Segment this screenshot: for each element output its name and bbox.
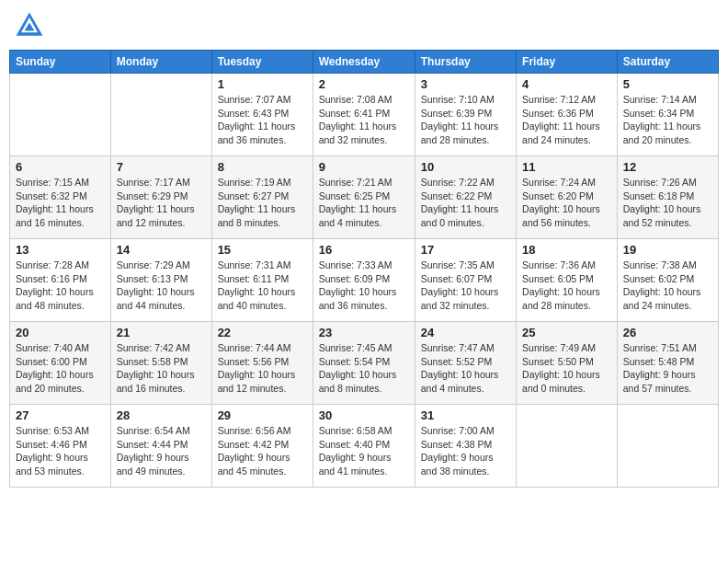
day-number: 5 [623, 77, 712, 91]
day-number: 3 [421, 77, 510, 91]
day-number: 14 [117, 243, 206, 257]
calendar-cell: 24Sunrise: 7:47 AM Sunset: 5:52 PM Dayli… [415, 322, 516, 405]
day-number: 12 [623, 160, 712, 174]
calendar-cell: 25Sunrise: 7:49 AM Sunset: 5:50 PM Dayli… [517, 322, 618, 405]
day-info: Sunrise: 7:10 AM Sunset: 6:39 PM Dayligh… [421, 93, 510, 147]
calendar-cell: 30Sunrise: 6:58 AM Sunset: 4:40 PM Dayli… [313, 405, 415, 488]
calendar-cell: 12Sunrise: 7:26 AM Sunset: 6:18 PM Dayli… [617, 156, 718, 239]
header-sunday: Sunday [10, 51, 111, 74]
calendar-cell: 13Sunrise: 7:28 AM Sunset: 6:16 PM Dayli… [10, 239, 111, 322]
calendar-cell: 4Sunrise: 7:12 AM Sunset: 6:36 PM Daylig… [517, 74, 618, 156]
calendar-cell: 31Sunrise: 7:00 AM Sunset: 4:38 PM Dayli… [415, 405, 516, 488]
day-info: Sunrise: 7:15 AM Sunset: 6:32 PM Dayligh… [16, 176, 105, 230]
page-header [9, 9, 719, 42]
day-number: 20 [16, 326, 105, 339]
calendar-cell: 18Sunrise: 7:36 AM Sunset: 6:05 PM Dayli… [517, 239, 618, 322]
calendar-cell: 2Sunrise: 7:08 AM Sunset: 6:41 PM Daylig… [313, 74, 415, 156]
day-number: 9 [319, 160, 409, 174]
calendar-header-row: SundayMondayTuesdayWednesdayThursdayFrid… [10, 51, 719, 74]
header-wednesday: Wednesday [313, 51, 415, 74]
day-info: Sunrise: 6:58 AM Sunset: 4:40 PM Dayligh… [319, 424, 409, 478]
day-number: 18 [522, 243, 611, 257]
calendar-cell: 10Sunrise: 7:22 AM Sunset: 6:22 PM Dayli… [415, 156, 516, 239]
calendar-cell: 22Sunrise: 7:44 AM Sunset: 5:56 PM Dayli… [211, 322, 313, 405]
calendar-cell: 26Sunrise: 7:51 AM Sunset: 5:48 PM Dayli… [617, 322, 718, 405]
day-number: 17 [421, 243, 510, 257]
calendar-cell: 15Sunrise: 7:31 AM Sunset: 6:11 PM Dayli… [211, 239, 313, 322]
header-monday: Monday [110, 51, 211, 74]
day-info: Sunrise: 7:08 AM Sunset: 6:41 PM Dayligh… [319, 93, 409, 147]
day-number: 27 [16, 408, 105, 422]
day-info: Sunrise: 7:00 AM Sunset: 4:38 PM Dayligh… [421, 424, 510, 478]
day-number: 28 [117, 408, 206, 422]
day-number: 29 [218, 408, 307, 422]
day-info: Sunrise: 7:07 AM Sunset: 6:43 PM Dayligh… [218, 93, 307, 147]
day-info: Sunrise: 7:26 AM Sunset: 6:18 PM Dayligh… [623, 176, 712, 230]
calendar-cell [617, 405, 718, 488]
calendar-cell: 28Sunrise: 6:54 AM Sunset: 4:44 PM Dayli… [110, 405, 211, 488]
calendar-cell: 9Sunrise: 7:21 AM Sunset: 6:25 PM Daylig… [313, 156, 415, 239]
calendar-cell: 5Sunrise: 7:14 AM Sunset: 6:34 PM Daylig… [617, 74, 718, 156]
day-number: 30 [319, 408, 409, 422]
day-info: Sunrise: 7:33 AM Sunset: 6:09 PM Dayligh… [319, 259, 409, 313]
calendar-cell: 3Sunrise: 7:10 AM Sunset: 6:39 PM Daylig… [415, 74, 516, 156]
day-number: 16 [319, 243, 409, 257]
header-thursday: Thursday [415, 51, 516, 74]
calendar-cell: 16Sunrise: 7:33 AM Sunset: 6:09 PM Dayli… [313, 239, 415, 322]
calendar-cell: 6Sunrise: 7:15 AM Sunset: 6:32 PM Daylig… [10, 156, 111, 239]
day-info: Sunrise: 7:22 AM Sunset: 6:22 PM Dayligh… [421, 176, 510, 230]
day-number: 25 [522, 326, 611, 339]
day-number: 19 [623, 243, 712, 257]
day-number: 31 [421, 408, 510, 422]
calendar-cell: 21Sunrise: 7:42 AM Sunset: 5:58 PM Dayli… [110, 322, 211, 405]
logo-icon [13, 9, 46, 42]
day-info: Sunrise: 6:54 AM Sunset: 4:44 PM Dayligh… [117, 424, 206, 478]
calendar-week-row: 1Sunrise: 7:07 AM Sunset: 6:43 PM Daylig… [10, 74, 719, 156]
day-info: Sunrise: 7:21 AM Sunset: 6:25 PM Dayligh… [319, 176, 409, 230]
day-number: 23 [319, 326, 409, 339]
day-info: Sunrise: 7:42 AM Sunset: 5:58 PM Dayligh… [117, 341, 206, 396]
day-number: 7 [117, 160, 206, 174]
day-number: 13 [16, 243, 105, 257]
day-number: 26 [623, 326, 712, 339]
day-info: Sunrise: 7:19 AM Sunset: 6:27 PM Dayligh… [218, 176, 307, 230]
calendar-cell: 27Sunrise: 6:53 AM Sunset: 4:46 PM Dayli… [10, 405, 111, 488]
day-info: Sunrise: 7:31 AM Sunset: 6:11 PM Dayligh… [218, 259, 307, 313]
day-number: 24 [421, 326, 510, 339]
calendar-cell: 17Sunrise: 7:35 AM Sunset: 6:07 PM Dayli… [415, 239, 516, 322]
day-info: Sunrise: 7:47 AM Sunset: 5:52 PM Dayligh… [421, 341, 510, 396]
day-info: Sunrise: 7:29 AM Sunset: 6:13 PM Dayligh… [117, 259, 206, 313]
calendar-cell: 29Sunrise: 6:56 AM Sunset: 4:42 PM Dayli… [211, 405, 313, 488]
day-number: 22 [218, 326, 307, 339]
day-info: Sunrise: 7:44 AM Sunset: 5:56 PM Dayligh… [218, 341, 307, 396]
calendar-week-row: 20Sunrise: 7:40 AM Sunset: 6:00 PM Dayli… [10, 322, 719, 405]
calendar-cell: 23Sunrise: 7:45 AM Sunset: 5:54 PM Dayli… [313, 322, 415, 405]
calendar-cell: 20Sunrise: 7:40 AM Sunset: 6:00 PM Dayli… [10, 322, 111, 405]
calendar-cell: 14Sunrise: 7:29 AM Sunset: 6:13 PM Dayli… [110, 239, 211, 322]
calendar-cell [10, 74, 111, 156]
calendar-cell [110, 74, 211, 156]
calendar-cell: 1Sunrise: 7:07 AM Sunset: 6:43 PM Daylig… [211, 74, 313, 156]
header-tuesday: Tuesday [211, 51, 313, 74]
header-friday: Friday [517, 51, 618, 74]
day-number: 10 [421, 160, 510, 174]
calendar-week-row: 27Sunrise: 6:53 AM Sunset: 4:46 PM Dayli… [10, 405, 719, 488]
day-info: Sunrise: 7:28 AM Sunset: 6:16 PM Dayligh… [16, 259, 105, 313]
day-info: Sunrise: 7:14 AM Sunset: 6:34 PM Dayligh… [623, 93, 712, 147]
calendar-cell: 19Sunrise: 7:38 AM Sunset: 6:02 PM Dayli… [617, 239, 718, 322]
calendar-cell: 11Sunrise: 7:24 AM Sunset: 6:20 PM Dayli… [517, 156, 618, 239]
day-info: Sunrise: 7:40 AM Sunset: 6:00 PM Dayligh… [16, 341, 105, 396]
day-info: Sunrise: 7:49 AM Sunset: 5:50 PM Dayligh… [522, 341, 611, 396]
day-number: 8 [218, 160, 307, 174]
calendar-table: SundayMondayTuesdayWednesdayThursdayFrid… [9, 50, 719, 488]
day-info: Sunrise: 7:24 AM Sunset: 6:20 PM Dayligh… [522, 176, 611, 230]
day-info: Sunrise: 7:51 AM Sunset: 5:48 PM Dayligh… [623, 341, 712, 396]
day-number: 2 [319, 77, 409, 91]
calendar-cell: 8Sunrise: 7:19 AM Sunset: 6:27 PM Daylig… [211, 156, 313, 239]
day-number: 4 [522, 77, 611, 91]
day-info: Sunrise: 7:36 AM Sunset: 6:05 PM Dayligh… [522, 259, 611, 313]
day-info: Sunrise: 7:45 AM Sunset: 5:54 PM Dayligh… [319, 341, 409, 396]
day-info: Sunrise: 7:35 AM Sunset: 6:07 PM Dayligh… [421, 259, 510, 313]
day-info: Sunrise: 6:53 AM Sunset: 4:46 PM Dayligh… [16, 424, 105, 478]
day-info: Sunrise: 7:12 AM Sunset: 6:36 PM Dayligh… [522, 93, 611, 147]
